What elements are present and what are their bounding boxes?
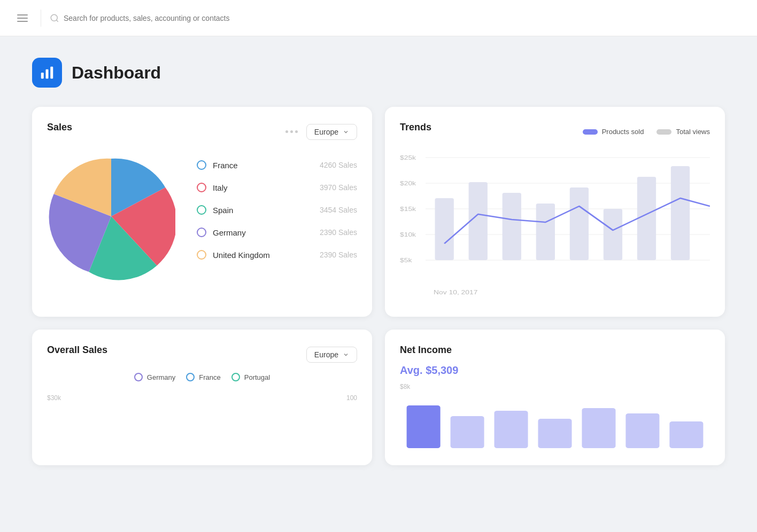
nav-divider (41, 10, 41, 27)
svg-rect-17 (503, 193, 521, 260)
top-cards-row: Sales Europe (32, 107, 725, 317)
net-income-title: Net Income (400, 345, 710, 356)
overall-axis: $30k 100 (47, 390, 357, 402)
products-sold-label: Products sold (602, 128, 644, 136)
search-input[interactable] (64, 14, 277, 22)
page-content: Dashboard Sales Europe (0, 36, 757, 487)
france-dot (197, 160, 206, 170)
more-options-button[interactable] (285, 130, 298, 133)
net-income-chart-svg (400, 395, 710, 448)
total-views-label: Total views (676, 128, 710, 136)
pie-chart (47, 152, 175, 280)
trends-legend-products: Products sold (583, 128, 644, 136)
svg-rect-15 (435, 198, 454, 260)
svg-rect-30 (669, 421, 703, 448)
chevron-down-icon (343, 129, 349, 135)
svg-rect-16 (469, 182, 488, 260)
overall-sales-title: Overall Sales (47, 345, 107, 356)
region-dropdown[interactable]: Europe (306, 124, 357, 140)
svg-rect-20 (604, 209, 622, 260)
svg-rect-25 (451, 416, 484, 448)
sales-legend: France 4260 Sales Italy 3970 Sales (197, 160, 357, 272)
legend-item-spain: Spain 3454 Sales (197, 205, 357, 215)
svg-text:Nov 10, 2017: Nov 10, 2017 (434, 289, 477, 295)
svg-rect-18 (536, 204, 555, 260)
topnav (0, 0, 757, 36)
pie-chart-svg (47, 152, 175, 280)
svg-line-1 (56, 20, 58, 21)
svg-rect-29 (625, 413, 659, 448)
svg-rect-2 (41, 73, 44, 79)
france-value: 4260 Sales (320, 161, 357, 169)
chevron-down-icon (343, 351, 349, 358)
svg-text:$15k: $15k (400, 206, 416, 212)
svg-rect-3 (46, 69, 49, 79)
france-label: France (213, 161, 238, 170)
svg-rect-4 (50, 67, 53, 79)
spain-label: Spain (213, 206, 233, 215)
france-overall-label: France (199, 373, 220, 381)
overall-portugal: Portugal (231, 373, 270, 381)
legend-item-germany: Germany 2390 Sales (197, 228, 357, 237)
sales-card-header: Sales Europe (47, 122, 357, 142)
menu-button[interactable] (13, 10, 32, 26)
net-income-card: Net Income Avg. $5,309 $8k (385, 330, 725, 465)
germany-overall-label: Germany (147, 373, 175, 381)
trends-legend: Products sold Total views (583, 128, 710, 136)
svg-text:$10k: $10k (400, 231, 416, 238)
trends-card: Trends Products sold Total views $25k $2… (385, 107, 725, 317)
svg-point-0 (51, 14, 57, 21)
spain-value: 3454 Sales (320, 206, 357, 214)
germany-overall-dot (134, 373, 143, 381)
uk-label: United Kingdom (213, 251, 270, 260)
page-title: Dashboard (72, 63, 161, 83)
search-icon (50, 13, 59, 23)
germany-value: 2390 Sales (320, 228, 357, 237)
bottom-cards-row: Overall Sales Europe Germany France Por (32, 330, 725, 465)
dashboard-icon (32, 58, 62, 88)
france-overall-dot (186, 373, 195, 381)
germany-label: Germany (213, 228, 246, 237)
y-axis-label: $30k (47, 394, 61, 402)
net-income-avg: Avg. $5,309 (400, 364, 710, 377)
legend-item-italy: Italy 3970 Sales (197, 183, 357, 192)
svg-rect-19 (570, 187, 589, 260)
overall-sales-header: Overall Sales Europe (47, 345, 357, 364)
italy-label: Italy (213, 183, 228, 192)
search-container (50, 13, 744, 23)
sales-content: France 4260 Sales Italy 3970 Sales (47, 152, 357, 280)
svg-text:$25k: $25k (400, 154, 416, 161)
x-axis-label: 100 (346, 394, 357, 402)
trends-legend-views: Total views (656, 128, 710, 136)
trends-header: Trends Products sold Total views (400, 122, 710, 142)
bar-chart-icon (39, 65, 55, 81)
region-dropdown-label: Europe (314, 128, 338, 136)
svg-rect-27 (538, 419, 571, 448)
italy-value: 3970 Sales (320, 183, 357, 192)
overall-region-label: Europe (314, 350, 338, 359)
svg-text:$5k: $5k (400, 257, 412, 263)
portugal-overall-dot (231, 373, 240, 381)
svg-rect-24 (407, 405, 441, 448)
overall-legend: Germany France Portugal (47, 373, 357, 381)
legend-item-france: France 4260 Sales (197, 160, 357, 170)
dashboard-header: Dashboard (32, 58, 725, 88)
svg-text:$20k: $20k (400, 180, 416, 186)
italy-dot (197, 183, 206, 192)
germany-dot (197, 228, 206, 237)
overall-germany: Germany (134, 373, 175, 381)
uk-dot (197, 250, 206, 260)
trends-card-title: Trends (400, 122, 431, 133)
sales-card: Sales Europe (32, 107, 372, 317)
overall-sales-card: Overall Sales Europe Germany France Por (32, 330, 372, 465)
svg-rect-28 (582, 408, 615, 448)
total-views-indicator (656, 129, 671, 135)
spain-dot (197, 205, 206, 215)
uk-value: 2390 Sales (320, 251, 357, 259)
overall-region-dropdown[interactable]: Europe (306, 347, 357, 363)
net-income-y-label: $8k (400, 383, 710, 390)
overall-france: France (186, 373, 220, 381)
svg-rect-26 (495, 411, 528, 448)
svg-rect-22 (671, 166, 690, 260)
sales-card-title: Sales (47, 122, 72, 133)
